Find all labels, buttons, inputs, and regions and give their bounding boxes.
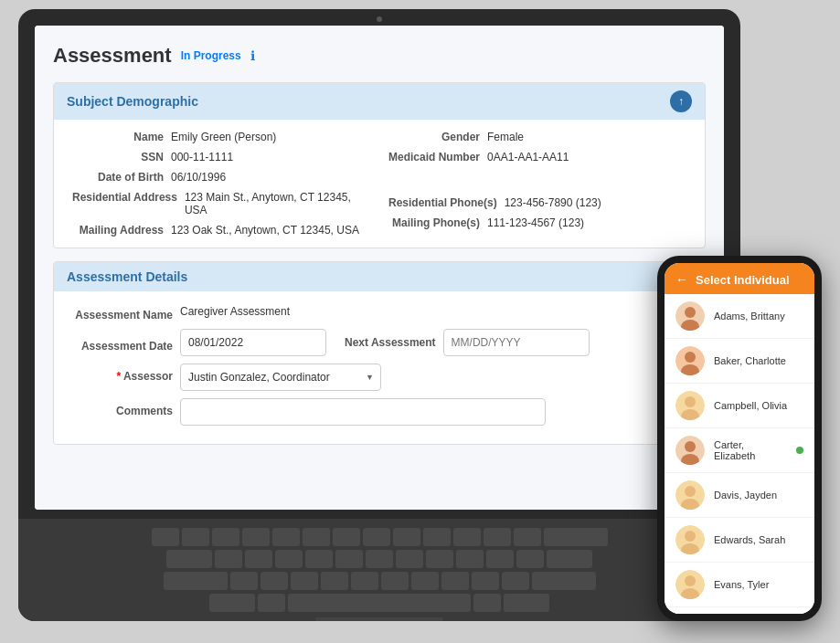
key: [411, 572, 439, 590]
key: [516, 550, 544, 568]
name-label: Name: [72, 131, 164, 143]
person-avatar-svg: [675, 346, 705, 375]
gender-row: Gender Female: [388, 131, 686, 143]
assessment-date-field: Assessment Date 📅: [72, 329, 326, 356]
key: [456, 550, 484, 568]
comments-input[interactable]: [180, 398, 546, 426]
list-item[interactable]: Carter, Elizabeth: [665, 428, 814, 473]
key: [258, 594, 285, 612]
gender-label: Gender: [388, 131, 480, 143]
key: [544, 528, 608, 546]
svg-point-4: [685, 352, 696, 363]
spacebar: [288, 594, 471, 612]
next-assessment-input[interactable]: [444, 332, 590, 353]
dob-label: Date of Birth: [72, 171, 164, 184]
ssn-value: 000-11-1111: [171, 151, 233, 163]
key-row-2: [50, 550, 708, 568]
list-item[interactable]: Flores, Samantha: [665, 607, 814, 614]
key: [504, 594, 549, 612]
laptop-keyboard: [18, 519, 740, 621]
demo-col-left: Name Emily Green (Person) SSN 000-11-111…: [72, 131, 370, 237]
mail-address-label: Mailing Address: [72, 224, 164, 237]
list-item[interactable]: Baker, Charlotte: [665, 339, 814, 384]
assessment-name-field-row: Assessment Name Caregiver Assessment: [72, 302, 686, 322]
key: [514, 528, 541, 546]
key: [215, 550, 242, 568]
key-row-1: [50, 528, 708, 546]
laptop-screen: Assessment In Progress ℹ Subject Demogra…: [35, 26, 724, 510]
key: [212, 528, 239, 546]
next-assessment-input-wrapper[interactable]: [443, 329, 590, 356]
key: [486, 550, 514, 568]
person-name: Baker, Charlotte: [714, 355, 786, 366]
assessment-details-body: Assessment Name Caregiver Assessment Ass…: [54, 291, 705, 444]
res-address-row: Residential Address 123 Main St., Anytow…: [72, 191, 370, 216]
key: [351, 572, 378, 590]
ssn-label: SSN: [72, 151, 164, 163]
key: [396, 550, 423, 568]
assessor-select-wrapper: Justin Gonzalez, Coordinator: [180, 364, 381, 391]
subject-demographic-section: Subject Demographic ↑ Name Emily Green (…: [53, 82, 706, 248]
info-icon[interactable]: ℹ: [250, 48, 255, 63]
assessor-field-row: * Assessor Justin Gonzalez, Coordinator: [72, 364, 686, 391]
svg-point-19: [685, 575, 696, 586]
phone-header: ← Select Individual: [665, 263, 814, 294]
person-name: Carter, Elizabeth: [714, 439, 787, 461]
name-row: Name Emily Green (Person): [72, 131, 370, 143]
key: [381, 572, 409, 590]
list-item[interactable]: Evans, Tyler: [665, 563, 814, 607]
svg-point-16: [685, 531, 696, 542]
ssn-row: SSN 000-11-1111: [72, 151, 370, 163]
key: [453, 528, 481, 546]
list-item[interactable]: Davis, Jayden: [665, 473, 814, 518]
list-item[interactable]: Adams, Brittany: [665, 294, 814, 339]
next-assessment-field: Next Assessment: [345, 329, 590, 356]
back-arrow-icon[interactable]: ←: [675, 272, 688, 287]
assessor-select[interactable]: Justin Gonzalez, Coordinator: [180, 364, 381, 391]
res-phone-value: 123-456-7890 (123): [505, 196, 601, 209]
res-phone-label: Residential Phone(s): [388, 196, 497, 209]
assessment-details-header: Assessment Details: [54, 262, 705, 291]
phone-individual-list: Adams, Brittany Baker, Charlotte: [665, 294, 814, 614]
key: [242, 528, 270, 546]
demographic-grid: Name Emily Green (Person) SSN 000-11-111…: [72, 131, 686, 237]
assessment-date-input[interactable]: [181, 332, 326, 353]
avatar: [675, 301, 705, 331]
avatar: [675, 346, 705, 375]
subject-demographic-header: Subject Demographic ↑: [54, 83, 705, 120]
key: [366, 550, 393, 568]
trackpad[interactable]: [315, 617, 443, 621]
list-item[interactable]: Edwards, Sarah: [665, 518, 814, 563]
page-title: Assessment: [53, 44, 172, 68]
key: [305, 550, 333, 568]
res-phone-row: Residential Phone(s) 123-456-7890 (123): [388, 196, 686, 209]
key-row-space: [50, 594, 708, 612]
list-item[interactable]: Campbell, Olivia: [665, 384, 814, 428]
active-indicator: [796, 447, 803, 454]
key: [321, 572, 348, 590]
key: [245, 550, 272, 568]
mail-phone-value: 111-123-4567 (123): [487, 216, 584, 229]
assessment-name-label: Assessment Name: [72, 302, 173, 322]
key: [182, 528, 209, 546]
assessment-details-section: Assessment Details Assessment Name Careg…: [53, 261, 706, 445]
key: [230, 572, 258, 590]
key: [363, 528, 390, 546]
key: [275, 550, 303, 568]
comments-input-wrapper: [180, 398, 686, 426]
subject-demographic-title: Subject Demographic: [67, 94, 198, 109]
person-avatar-svg: [675, 480, 705, 510]
laptop-camera: [377, 16, 382, 22]
person-avatar-svg: [675, 570, 705, 599]
medicaid-row: Medicaid Number 0AA1-AA1-AA11: [388, 151, 686, 163]
person-name: Evans, Tyler: [714, 579, 769, 590]
comments-field-row: Comments: [72, 398, 686, 426]
assessment-date-input-wrapper[interactable]: 📅: [180, 329, 326, 356]
keyboard-rows: [50, 528, 708, 612]
upload-icon[interactable]: ↑: [670, 90, 692, 112]
key: [472, 572, 499, 590]
key: [393, 528, 420, 546]
avatar: [675, 436, 705, 465]
svg-point-13: [685, 486, 696, 497]
key: [303, 528, 330, 546]
